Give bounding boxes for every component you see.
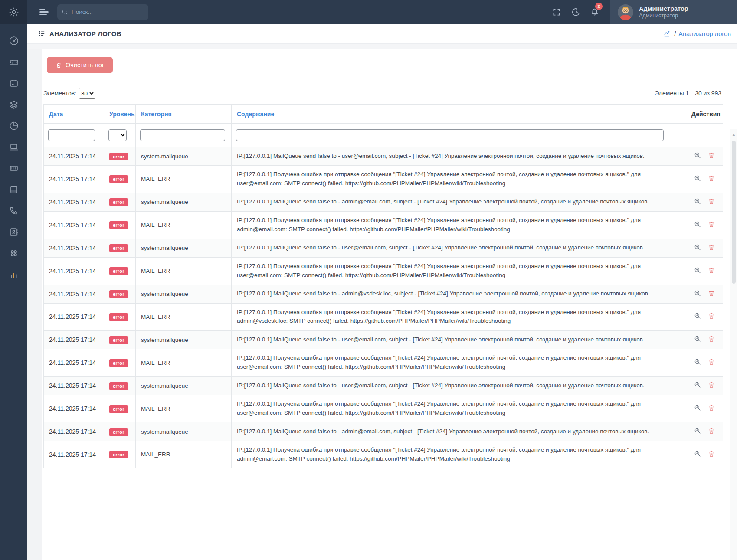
sidebar-item-apps[interactable] [0,242,27,264]
view-log-button[interactable] [694,266,701,276]
delete-log-button[interactable] [708,381,715,390]
sidebar-item-calls[interactable] [0,200,27,221]
delete-log-button[interactable] [708,289,715,299]
log-category: MAIL_ERR [136,349,232,377]
magnifier-plus-icon [694,243,701,251]
user-menu[interactable]: Администратор Администратор [610,0,737,24]
sidebar-item-layers[interactable] [0,94,27,115]
log-category: system.mailqueue [136,377,232,395]
fullscreen-button[interactable] [547,0,566,24]
sidebar-item-statistics[interactable] [0,264,27,285]
log-category: MAIL_ERR [136,166,232,193]
avatar [617,4,634,20]
menu-toggle-button[interactable] [37,4,51,20]
trash-icon [708,358,715,366]
log-category: system.mailqueue [136,422,232,441]
column-header-content[interactable]: Содержание [232,105,686,124]
log-category: MAIL_ERR [136,395,232,422]
notifications-button[interactable]: 3 [585,0,604,24]
column-header-date[interactable]: Дата [44,105,104,124]
log-category: system.mailqueue [136,239,232,257]
trash-icon [708,174,715,182]
delete-log-button[interactable] [708,450,715,459]
sidebar-item-calendar[interactable] [0,72,27,94]
vertical-scrollbar[interactable]: ▲ [730,129,737,560]
scrollbar-up-arrow[interactable]: ▲ [730,129,737,137]
items-per-page-label: Элементов: [43,90,76,97]
dark-mode-toggle[interactable] [566,0,585,24]
table-row: 24.11.2025 17:14 error MAIL_ERR IP:[127.… [44,303,723,331]
breadcrumb-link-log-analyzer[interactable]: Анализатор логов [678,30,731,37]
delete-log-button[interactable] [708,266,715,276]
sidebar-item-barcode[interactable] [0,157,27,179]
search-input[interactable] [72,9,141,15]
delete-log-button[interactable] [708,174,715,184]
view-log-button[interactable] [694,197,701,207]
sidebar-item-dashboard[interactable] [0,30,27,51]
filter-date-input[interactable] [48,129,95,141]
view-log-button[interactable] [694,335,701,344]
column-header-category[interactable]: Категория [136,105,232,124]
delete-log-button[interactable] [708,358,715,367]
log-date: 24.11.2025 17:14 [44,211,104,239]
view-log-button[interactable] [694,358,701,367]
filter-level-select[interactable] [108,129,127,141]
log-category: system.mailqueue [136,331,232,349]
view-log-button[interactable] [694,312,701,321]
apps-circles-icon [9,248,19,259]
delete-log-button[interactable] [708,404,715,413]
filter-category-input[interactable] [140,129,225,141]
magnifier-plus-icon [694,197,701,205]
log-date: 24.11.2025 17:14 [44,395,104,422]
view-log-button[interactable] [694,289,701,299]
delete-log-button[interactable] [708,427,715,436]
log-date: 24.11.2025 17:14 [44,422,104,441]
app-logo[interactable] [0,0,27,24]
view-log-button[interactable] [694,151,701,161]
view-log-button[interactable] [694,243,701,253]
sidebar-item-reports[interactable] [0,115,27,136]
layers-icon [9,99,19,110]
view-log-button[interactable] [694,174,701,184]
barcode-icon [9,163,19,174]
trash-icon [708,151,715,159]
items-summary: Элементы 1—30 из 993. [655,90,723,97]
clear-log-label: Очистить лог [66,62,104,69]
sidebar-item-contacts[interactable] [0,221,27,242]
view-log-button[interactable] [694,381,701,390]
filter-content-input[interactable] [236,129,664,141]
log-content: IP:[127.0.0.1] MailQueue send false to -… [232,239,686,257]
view-log-button[interactable] [694,427,701,436]
delete-log-button[interactable] [708,197,715,207]
table-row: 24.11.2025 17:14 error MAIL_ERR IP:[127.… [44,166,723,193]
table-header-row: Дата Уровень Категория Содержание Действ… [44,105,723,124]
view-log-button[interactable] [694,404,701,413]
delete-log-button[interactable] [708,220,715,230]
book-icon [9,184,19,195]
search-icon [62,9,68,15]
laptop-icon [9,142,19,152]
sidebar-item-assets[interactable] [0,136,27,157]
sidebar-item-knowledge-base[interactable] [0,179,27,200]
scrollbar-thumb[interactable] [732,141,736,284]
user-name: Администратор [639,5,688,13]
delete-log-button[interactable] [708,335,715,344]
clear-log-button[interactable]: Очистить лог [47,57,113,73]
trash-icon [708,381,715,389]
log-content: IP:[127.0.0.1] MailQueue send false to -… [232,331,686,349]
chart-line-icon [663,29,671,38]
level-badge: error [109,359,128,367]
delete-log-button[interactable] [708,243,715,253]
sidebar-item-tickets[interactable] [0,51,27,72]
view-log-button[interactable] [694,450,701,459]
log-date: 24.11.2025 17:14 [44,257,104,285]
delete-log-button[interactable] [708,312,715,321]
items-per-page-select[interactable]: 30 [79,88,95,99]
delete-log-button[interactable] [708,151,715,161]
view-log-button[interactable] [694,220,701,230]
sidebar-nav [0,24,27,285]
level-badge: error [109,267,128,275]
log-content: IP:[127.0.0.1] MailQueue send false to -… [232,285,686,303]
table-row: 24.11.2025 17:14 error system.mailqueue … [44,285,723,303]
column-header-level[interactable]: Уровень [104,105,136,124]
